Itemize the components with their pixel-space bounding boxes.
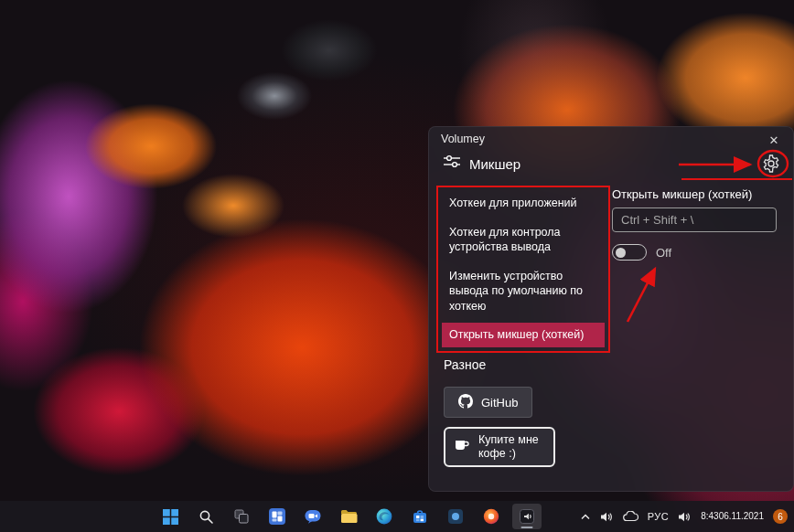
taskbar-tray: РУС 8:43 06.11.2021 6 [580,501,794,532]
toggle-state-label: Off [656,246,671,260]
menu-item-app-hotkeys[interactable]: Хоткеи для приложений [442,191,605,216]
tray-volume-icon[interactable] [600,511,614,523]
chat-icon[interactable] [298,504,327,529]
search-icon[interactable] [191,504,220,529]
menu-item-output-device-hotkeys[interactable]: Хоткеи для контрола устройства вывода [442,220,605,260]
coffee-label: Купите мне кофе :) [478,433,544,461]
taskbar: РУС 8:43 06.11.2021 6 [0,501,794,532]
menu-item-change-default-output[interactable]: Изменить устройство вывода по умолчанию … [442,264,605,319]
language-indicator[interactable]: РУС [648,511,670,522]
app-icon-colorful-circle[interactable] [477,504,506,529]
hotkey-value: Ctrl + Shift + \ [621,213,693,227]
menu-item-open-mixer[interactable]: Открыть микшер (хоткей) [442,323,605,347]
start-icon[interactable] [156,504,185,529]
clock-date: 06.11.2021 [719,511,764,522]
file-explorer-icon[interactable] [334,504,363,529]
quick-settings-speaker-icon[interactable] [678,511,692,523]
chevron-up-icon[interactable] [580,513,591,520]
coffee-cup-icon [455,439,470,456]
coffee-button[interactable]: Купите мне кофе :) [444,427,555,467]
hotkey-toggle-row: Off [612,244,777,261]
mixer-sliders-icon [444,154,460,173]
github-icon [458,394,473,411]
taskbar-center-icons [156,501,542,532]
hotkey-label: Открыть микшер (хоткей) [612,187,777,201]
onedrive-cloud-icon[interactable] [623,511,638,522]
widgets-icon[interactable] [263,504,292,529]
task-view-icon[interactable] [227,504,256,529]
settings-gear-icon[interactable] [762,154,780,173]
volumey-window: Volumey ✕ Микшер Хоткеи для приложений Х… [428,126,794,492]
github-label: GitHub [481,396,518,410]
header-title: Микшер [469,156,520,172]
toggle-knob [616,248,626,258]
volumey-taskbar-icon[interactable] [512,504,542,529]
clock-time: 8:43 [701,511,718,522]
edge-icon[interactable] [370,504,399,529]
app-icon-blue-tile[interactable] [441,504,470,529]
taskbar-clock[interactable]: 8:43 06.11.2021 [701,511,764,522]
misc-section-title: Разное [444,357,486,372]
hotkey-menu: Хоткеи для приложений Хоткеи для контрол… [436,186,610,353]
desktop: Volumey ✕ Микшер Хоткеи для приложений Х… [0,0,794,532]
close-icon[interactable]: ✕ [762,130,786,150]
hotkey-toggle[interactable] [612,244,647,261]
window-title: Volumey [441,133,485,145]
hotkey-input[interactable]: Ctrl + Shift + \ [612,207,777,232]
notification-count-badge[interactable]: 6 [773,509,788,524]
store-icon[interactable] [405,504,435,529]
hotkey-panel: Открыть микшер (хоткей) Ctrl + Shift + \… [612,187,777,261]
github-button[interactable]: GitHub [444,387,532,418]
mixer-header: Микшер [444,154,520,173]
